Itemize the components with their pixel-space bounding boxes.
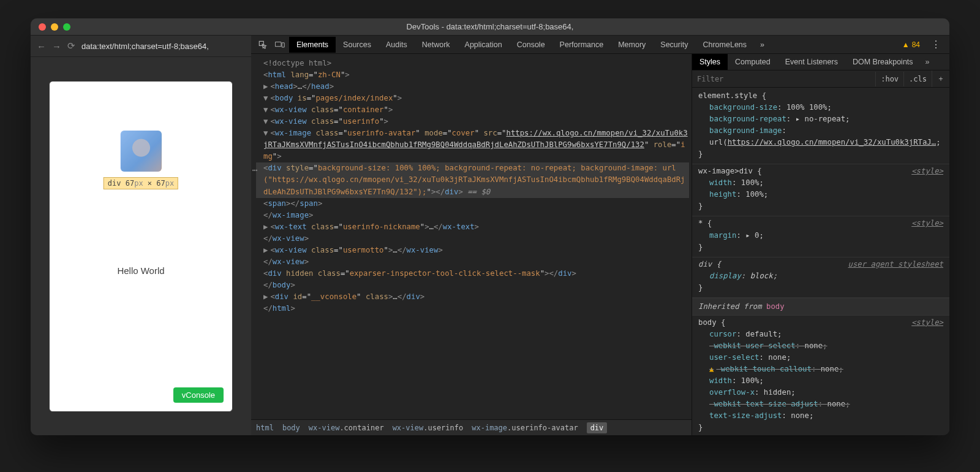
devtools-panel: ElementsSourcesAuditsNetworkApplicationC…	[251, 36, 949, 435]
new-rule-button[interactable]: ＋	[932, 70, 949, 87]
styles-filter-row: :hov .cls ＋	[692, 70, 949, 88]
dom-node[interactable]: <html lang="zh-CN">	[256, 69, 689, 81]
breadcrumb-item[interactable]: wx-view.userinfo	[393, 424, 464, 432]
vconsole-button[interactable]: vConsole	[173, 387, 224, 403]
main-split: ← → ⟳ data:text/html;charset=utf-8;base6…	[31, 36, 949, 435]
dom-node[interactable]: ▼<wx-view class="container">	[256, 104, 689, 116]
breadcrumb-item[interactable]: wx-image.userinfo-avatar	[472, 424, 578, 432]
dom-node[interactable]: </wx-view>	[256, 256, 689, 268]
warning-icon: ▲	[902, 40, 910, 49]
tab-chromelens[interactable]: ChromeLens	[695, 37, 754, 53]
styles-tabs-more[interactable]: »	[921, 54, 935, 70]
inspect-highlight	[121, 131, 162, 172]
dom-node[interactable]: ▼<wx-view class="userinfo">	[256, 116, 689, 128]
breadcrumb: htmlbodywx-view.containerwx-view.userinf…	[251, 419, 692, 435]
dom-node[interactable]: </wx-view>	[256, 233, 689, 245]
device-frame: div 67px × 67px Hello World vConsole	[49, 81, 233, 412]
dom-node[interactable]: ▶<wx-view class="usermotto">…</wx-view>	[256, 245, 689, 256]
window-titlebar: DevTools - data:text/html;charset=utf-8;…	[31, 18, 949, 36]
dom-node[interactable]: ▼<wx-image class="userinfo-avatar" mode=…	[256, 128, 689, 162]
styles-tab-dom-breakpoints[interactable]: DOM Breakpoints	[845, 54, 921, 70]
css-rule[interactable]: <style>* {margin: ▸ 0;}	[692, 216, 949, 257]
tab-console[interactable]: Console	[510, 37, 552, 53]
tab-network[interactable]: Network	[415, 37, 458, 53]
forward-icon[interactable]: →	[52, 41, 61, 51]
inherited-from-row: Inherited from body	[692, 298, 949, 316]
css-rule[interactable]: element.style {background-size: 100% 100…	[692, 89, 949, 164]
tab-audits[interactable]: Audits	[379, 37, 415, 53]
window-title: DevTools - data:text/html;charset=utf-8;…	[31, 22, 949, 31]
cls-button[interactable]: .cls	[903, 72, 932, 86]
devtools-tabs-more[interactable]: »	[755, 37, 769, 53]
dom-node[interactable]: ▶<wx-text class="userinfo-nickname">…</w…	[256, 221, 689, 233]
tab-application[interactable]: Application	[458, 37, 510, 53]
hov-button[interactable]: :hov	[875, 72, 903, 86]
dom-node[interactable]: </html>	[256, 303, 689, 314]
tip-px1: px	[134, 179, 143, 188]
elements-panel: <!doctype html><html lang="zh-CN">▶<head…	[251, 54, 692, 435]
dom-node[interactable]: <span></span>	[256, 198, 689, 210]
warning-count: 84	[912, 40, 920, 49]
styles-panel: StylesComputedEvent ListenersDOM Breakpo…	[692, 54, 949, 435]
tip-tag: div	[108, 179, 121, 188]
styles-body[interactable]: element.style {background-size: 100% 100…	[692, 88, 949, 435]
styles-filter-input[interactable]	[692, 72, 875, 86]
styles-tab-event-listeners[interactable]: Event Listeners	[778, 54, 845, 70]
devtools-menu-icon[interactable]: ⋮	[926, 39, 946, 50]
css-rule[interactable]: user agent stylesheetdiv {display: block…	[692, 257, 949, 298]
tip-px2: px	[165, 179, 174, 188]
devtools-tabs: ElementsSourcesAuditsNetworkApplicationC…	[289, 37, 754, 53]
styles-tab-styles[interactable]: Styles	[692, 54, 728, 70]
device-bed: div 67px × 67px Hello World vConsole	[31, 57, 251, 435]
tab-elements[interactable]: Elements	[289, 37, 336, 53]
dom-tree[interactable]: <!doctype html><html lang="zh-CN">▶<head…	[251, 54, 692, 419]
dom-node[interactable]: <div hidden class="exparser-inspector-to…	[256, 268, 689, 280]
dom-node[interactable]: <!doctype html>	[256, 58, 689, 69]
preview-pane: ← → ⟳ data:text/html;charset=utf-8;base6…	[31, 36, 251, 435]
styles-tabs: StylesComputedEvent ListenersDOM Breakpo…	[692, 54, 949, 70]
tip-h: 67	[156, 179, 165, 188]
back-icon[interactable]: ←	[37, 41, 46, 51]
hello-world-text: Hello World	[50, 265, 232, 276]
styles-tab-computed[interactable]: Computed	[728, 54, 778, 70]
svg-rect-0	[275, 42, 281, 46]
device-toggle-icon[interactable]	[272, 38, 288, 51]
inspect-size-tip: div 67px × 67px	[104, 177, 178, 189]
svg-rect-1	[282, 42, 284, 47]
breadcrumb-item[interactable]: wx-view.container	[309, 424, 384, 432]
dom-node[interactable]: ▶<div id="__vconsole" class>…</div>	[256, 291, 689, 303]
dom-node[interactable]: ▼<body is="pages/index/index">	[256, 93, 689, 104]
tip-w: 67	[126, 179, 134, 188]
breadcrumb-item[interactable]: body	[282, 424, 300, 432]
devtools-body: <!doctype html><html lang="zh-CN">▶<head…	[251, 54, 949, 435]
css-rule[interactable]: <style>wx-image>div {width: 100%;height:…	[692, 164, 949, 216]
devtools-toolbar: ElementsSourcesAuditsNetworkApplicationC…	[251, 36, 949, 54]
breadcrumb-item[interactable]: html	[256, 424, 274, 432]
tab-performance[interactable]: Performance	[552, 37, 611, 53]
breadcrumb-item[interactable]: div	[587, 422, 608, 433]
tab-memory[interactable]: Memory	[611, 37, 653, 53]
inspect-element-icon[interactable]	[255, 38, 271, 51]
warnings-badge[interactable]: ▲ 84	[897, 40, 925, 49]
tab-security[interactable]: Security	[653, 37, 695, 53]
dom-node[interactable]: </body>	[256, 280, 689, 291]
reload-icon[interactable]: ⟳	[67, 40, 75, 51]
address-bar: ← → ⟳ data:text/html;charset=utf-8;base6…	[31, 36, 251, 57]
url-text[interactable]: data:text/html;charset=utf-8;base64,	[81, 42, 245, 51]
tab-sources[interactable]: Sources	[336, 37, 379, 53]
css-rule[interactable]: <style>body {cursor: default;-webkit-use…	[692, 316, 949, 435]
dom-node[interactable]: </wx-image>	[256, 210, 689, 221]
dom-node[interactable]: ⋯<div style="background-size: 100% 100%;…	[256, 162, 689, 197]
tip-times: ×	[143, 179, 157, 188]
devtools-window: DevTools - data:text/html;charset=utf-8;…	[31, 18, 949, 435]
dom-node[interactable]: ▶<head>…</head>	[256, 81, 689, 93]
